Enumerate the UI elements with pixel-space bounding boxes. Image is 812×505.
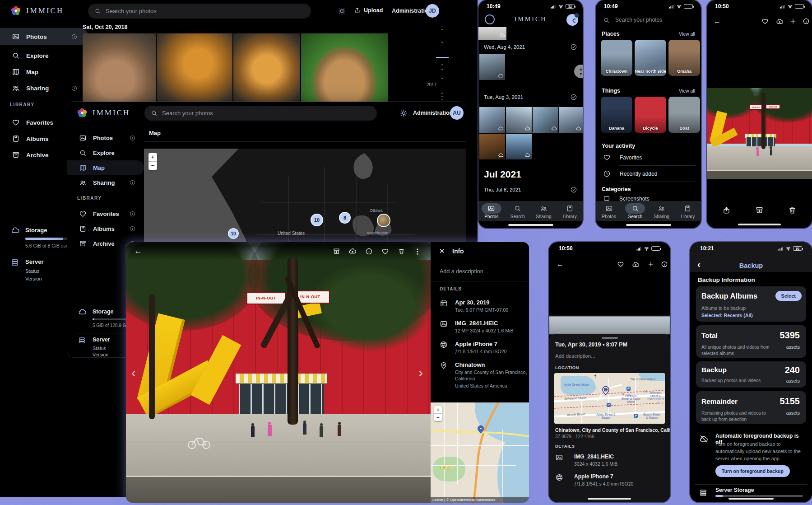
add-description-field[interactable]: Add description...	[555, 353, 595, 359]
nav-tab-sharing[interactable]: Sharing	[531, 201, 557, 221]
photo-thumbnail[interactable]	[479, 134, 505, 159]
photo-thumbnail-partial[interactable]	[478, 27, 506, 40]
nav-tab-library[interactable]: Library	[557, 201, 583, 221]
photo-thumbnail[interactable]	[301, 33, 388, 113]
sidebar-item-albums[interactable]: Albumsi	[67, 221, 144, 236]
things-view-all-link[interactable]: View all	[679, 88, 695, 94]
photo-thumbnail[interactable]	[83, 33, 156, 113]
favorite-button[interactable]	[614, 257, 627, 271]
upload-cloud-button[interactable]	[629, 257, 642, 271]
map-zoom-out-button[interactable]: −	[148, 162, 157, 170]
photo-thumbnail[interactable]	[157, 33, 232, 113]
location-mini-map[interactable]: + − US 101 Leaflet | © OpenStreetMap con…	[431, 402, 529, 503]
archive-icon[interactable]	[755, 206, 764, 215]
back-button[interactable]: ←	[131, 244, 145, 258]
avatar[interactable]: JD	[426, 4, 439, 18]
delete-button[interactable]	[394, 244, 408, 258]
profile-avatar[interactable]	[566, 14, 578, 26]
share-icon[interactable]	[722, 206, 731, 215]
nav-tab-library[interactable]: Library	[675, 201, 701, 221]
thing-card-banana[interactable]: Banana	[601, 97, 632, 133]
location-map-card[interactable]: Hyde Street Harbor The Embarcadero Jeffe…	[554, 373, 665, 424]
sidebar-item-photos[interactable]: Photosi	[67, 131, 144, 145]
upload-cloud-button[interactable]	[346, 244, 359, 258]
sidebar-item-sharing[interactable]: Sharingi	[67, 175, 144, 190]
divider	[695, 484, 807, 485]
select-group-checkbox[interactable]	[570, 43, 577, 51]
administration-link[interactable]: Administration	[413, 110, 453, 116]
add-to-album-button[interactable]	[786, 14, 800, 28]
more-options-button[interactable]: ⋮	[411, 244, 424, 258]
place-card-omaha[interactable]: Omaha	[668, 40, 700, 76]
minimap-zoom-in-button[interactable]: +	[434, 406, 442, 414]
search-input[interactable]: Search your photos	[88, 4, 311, 19]
photo-thumbnail[interactable]	[479, 107, 505, 133]
nav-tab-photos[interactable]: Photos	[478, 201, 505, 221]
next-photo-button[interactable]: ›	[418, 365, 423, 380]
sidebar-item-map[interactable]: Map	[0, 63, 88, 80]
select-group-checkbox[interactable]	[570, 186, 577, 193]
upload-cloud-button[interactable]	[773, 14, 786, 28]
immich-logo-icon[interactable]	[485, 14, 495, 24]
activity-row-favorites[interactable]: Favorites	[603, 154, 642, 161]
map-cluster-marker[interactable]: 8	[339, 212, 351, 224]
search-input[interactable]: Search your photos	[596, 14, 701, 26]
info-button[interactable]	[362, 244, 376, 258]
add-to-album-button[interactable]	[644, 257, 658, 271]
archive-button[interactable]	[329, 244, 343, 258]
info-button[interactable]	[799, 14, 812, 28]
select-group-checkbox[interactable]	[570, 94, 577, 101]
minimap-zoom-out-button[interactable]: −	[434, 414, 442, 421]
timeline-drag-scrubber[interactable]: ▲▼	[574, 65, 583, 78]
avatar[interactable]: AU	[450, 106, 464, 120]
add-description-field[interactable]: Add a description	[440, 268, 483, 275]
back-button[interactable]: ←	[553, 257, 567, 271]
close-info-button[interactable]: ✕	[435, 244, 449, 258]
theme-toggle-button[interactable]	[397, 106, 410, 120]
photo-content[interactable]: IN-N-OUT IN-N-OUT	[707, 88, 812, 179]
map-cluster-marker[interactable]: 10	[228, 228, 239, 239]
map-photo-cluster[interactable]	[377, 214, 390, 227]
nav-tab-search[interactable]: Search	[505, 201, 531, 221]
photo-thumbnail[interactable]	[479, 54, 505, 80]
favorite-button[interactable]	[378, 244, 392, 258]
sidebar-item-photos[interactable]: Photosi	[0, 28, 88, 45]
place-card-near-north-side[interactable]: Near north side	[635, 40, 666, 76]
viewer-photo[interactable]: IN-N-OUT IN-N-OUT	[126, 242, 431, 503]
back-button[interactable]: ←	[710, 14, 724, 28]
thing-card-boat[interactable]: Boat	[668, 97, 700, 133]
activity-row-recently-added[interactable]: Recently added	[603, 170, 657, 178]
info-button[interactable]	[658, 257, 670, 271]
favorite-button[interactable]	[758, 14, 772, 28]
back-button[interactable]: ‹	[697, 259, 701, 270]
nav-tab-sharing[interactable]: Sharing	[649, 201, 675, 221]
photo-bottom-sliver[interactable]	[549, 316, 670, 334]
heart-icon	[12, 118, 20, 126]
sidebar-item-explore[interactable]: Explore	[67, 145, 144, 160]
photo-thumbnail[interactable]	[233, 33, 300, 113]
turn-on-backup-button[interactable]: Turn on foreground backup	[715, 465, 790, 477]
photo-thumbnail[interactable]	[506, 107, 532, 133]
sidebar-item-sharing[interactable]: Sharingi	[0, 79, 88, 97]
nav-tab-search[interactable]: Search	[622, 201, 648, 221]
upload-button[interactable]: Upload	[354, 7, 383, 14]
place-card-chinatown[interactable]: Chinatown	[601, 40, 632, 76]
thing-card-bicycle[interactable]: Bicycle	[635, 97, 666, 133]
trash-icon[interactable]	[788, 206, 797, 215]
nav-tab-photos[interactable]: Photos	[596, 201, 622, 221]
sidebar-item-explore[interactable]: Explore	[0, 47, 88, 64]
places-view-all-link[interactable]: View all	[679, 31, 695, 37]
map-zoom-in-button[interactable]: +	[148, 153, 157, 162]
select-button[interactable]: Select	[775, 291, 802, 301]
map-cluster-marker[interactable]: 10	[311, 214, 323, 226]
photo-thumbnail[interactable]	[506, 134, 532, 159]
theme-toggle-button[interactable]	[335, 4, 348, 18]
photo-thumbnail[interactable]	[533, 107, 558, 133]
battery-icon	[651, 246, 660, 251]
search-input[interactable]: Search your photos	[144, 106, 377, 121]
photo-thumbnail[interactable]	[559, 107, 583, 133]
previous-photo-button[interactable]: ‹	[131, 365, 136, 380]
sidebar-item-map-active[interactable]: Map	[67, 160, 144, 175]
sidebar-item-favorites[interactable]: Favoritesi	[67, 206, 144, 221]
sheet-drag-handle[interactable]	[602, 337, 618, 339]
